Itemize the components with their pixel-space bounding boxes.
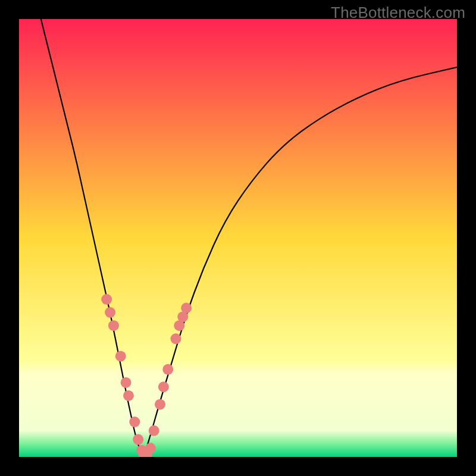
watermark-text: TheBottleneck.com <box>331 4 465 22</box>
marker-dot <box>123 390 134 401</box>
marker-dot <box>145 443 156 453</box>
marker-dot <box>149 425 159 436</box>
marker-dot <box>129 416 140 427</box>
marker-dot <box>162 364 173 375</box>
marker-dot <box>155 399 165 410</box>
marker-dot <box>108 320 119 331</box>
marker-dot <box>158 381 169 392</box>
plot-svg <box>19 19 457 457</box>
marker-dot <box>181 303 192 314</box>
marker-dot <box>170 333 181 344</box>
marker-dot <box>133 434 143 445</box>
plot-area <box>19 19 457 457</box>
marker-dot <box>121 377 131 388</box>
marker-dot <box>101 294 112 305</box>
marker-dot <box>115 351 126 362</box>
chart-frame: TheBottleneck.com <box>0 0 476 476</box>
marker-dot <box>105 307 115 318</box>
